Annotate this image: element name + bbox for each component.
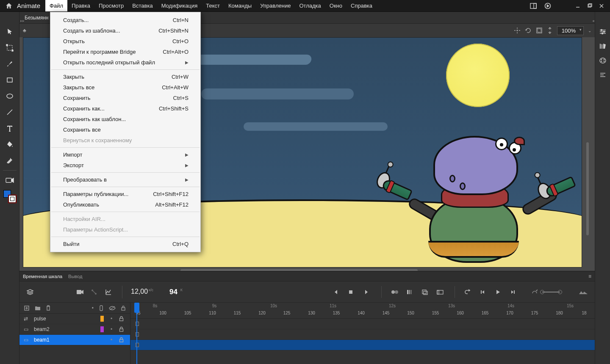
menu-отладка[interactable]: Отладка <box>295 0 325 11</box>
lock-icon[interactable] <box>119 327 126 332</box>
menuitem[interactable]: Перейти к программе BridgeCtrl+Alt+O <box>50 47 200 57</box>
stop-icon[interactable] <box>348 290 357 295</box>
fit-stage-icon[interactable] <box>547 27 553 34</box>
menuitem[interactable]: Экспорт▶ <box>50 160 200 171</box>
menuitem[interactable]: ВыйтиCtrl+Q <box>50 239 200 249</box>
timeline-row[interactable] <box>130 319 595 329</box>
lock-header-icon[interactable] <box>121 305 126 311</box>
menuitem[interactable]: Импорт▶ <box>50 149 200 160</box>
new-folder-icon[interactable] <box>35 306 41 311</box>
menuitem[interactable]: Создать...Ctrl+N <box>50 15 200 25</box>
collapse-left-icon[interactable]: ▸▸ <box>20 19 25 23</box>
menuitem[interactable]: Открыть последний открытый файл▶ <box>50 57 200 68</box>
menuitem[interactable]: Преобразовать в▶ <box>50 174 200 185</box>
center-stage-icon[interactable] <box>514 27 521 34</box>
rewind-icon[interactable] <box>464 289 473 295</box>
zoom-timeline-control[interactable] <box>531 289 560 295</box>
delete-layer-icon[interactable] <box>46 305 51 311</box>
menu-файл[interactable]: Файл <box>45 0 67 11</box>
align-panel-icon[interactable] <box>595 69 610 80</box>
scene-icon[interactable]: ♣ <box>23 28 26 33</box>
layer-row[interactable]: ▭ beam1 • <box>19 335 130 345</box>
properties-panel-icon[interactable] <box>595 26 610 37</box>
lock-icon[interactable] <box>119 316 126 321</box>
layer-row[interactable]: ▭ beam2 • <box>19 324 130 335</box>
menuitem[interactable]: Сохранить как шаблон... <box>50 114 200 124</box>
onion-skin-icon[interactable] <box>406 289 415 295</box>
menu-модификация[interactable]: Модификация <box>157 0 202 11</box>
menu-текст[interactable]: Текст <box>202 0 224 11</box>
home-icon[interactable] <box>5 2 13 10</box>
menu-правка[interactable]: Правка <box>67 0 94 11</box>
free-transform-tool-icon[interactable] <box>0 40 19 56</box>
highlight-layer-icon[interactable]: • <box>92 305 94 311</box>
play-icon[interactable] <box>495 289 503 295</box>
maximize-icon[interactable] <box>584 1 596 11</box>
timeline-row[interactable] <box>130 340 595 350</box>
edit-multiple-frames-icon[interactable] <box>421 289 430 295</box>
timeline-frames[interactable]: 8s9s10s11s12s13s14s15s 95100105110115120… <box>130 303 595 364</box>
workspace-switcher-icon[interactable] <box>526 1 541 11</box>
brush-tool-icon[interactable] <box>0 56 19 72</box>
menu-справка[interactable]: Справка <box>347 0 377 11</box>
layer-visibility-dot[interactable]: • <box>108 337 115 343</box>
next-keyframe-icon[interactable] <box>363 289 372 295</box>
layer-visibility-dot[interactable]: • <box>108 316 115 322</box>
rectangle-tool-icon[interactable] <box>0 72 19 88</box>
clip-stage-icon[interactable] <box>536 27 543 34</box>
rotate-stage-icon[interactable] <box>525 27 532 34</box>
paint-bucket-tool-icon[interactable] <box>0 136 19 152</box>
step-back-icon[interactable] <box>480 289 488 295</box>
tab-output[interactable]: Вывод <box>68 274 82 279</box>
selection-tool-icon[interactable] <box>0 24 19 40</box>
prev-keyframe-icon[interactable] <box>333 289 341 295</box>
menuitem[interactable]: Сохранить все <box>50 124 200 135</box>
minimize-icon[interactable] <box>572 1 584 11</box>
playhead[interactable] <box>136 303 137 364</box>
step-forward-icon[interactable] <box>510 289 518 295</box>
new-layer-icon[interactable] <box>24 305 30 311</box>
visibility-header-icon[interactable] <box>109 306 116 311</box>
tab-timeline[interactable]: Временная шкала <box>23 274 62 279</box>
layer-row[interactable]: ⇄ pulse • <box>19 314 130 324</box>
menuitem[interactable]: ОткрытьCtrl+O <box>50 36 200 47</box>
menuitem[interactable]: Сохранить как...Ctrl+Shift+S <box>50 103 200 114</box>
stroke-color-swatch[interactable] <box>8 195 16 203</box>
library-panel-icon[interactable] <box>595 41 610 52</box>
eraser-tool-icon[interactable] <box>0 152 19 168</box>
fps-display[interactable]: 12,00к/с <box>131 288 153 295</box>
stage-scrollbar-vertical[interactable] <box>586 142 589 235</box>
timeline-zoom-fit-icon[interactable] <box>579 289 588 295</box>
menuitem[interactable]: СохранитьCtrl+S <box>50 93 200 103</box>
lock-icon[interactable] <box>119 337 126 342</box>
menu-окно[interactable]: Окно <box>325 0 347 11</box>
menuitem[interactable]: Создать из шаблона...Ctrl+Shift+N <box>50 25 200 36</box>
current-frame-display[interactable]: 94 К <box>169 288 183 296</box>
menuitem[interactable]: ЗакрытьCtrl+W <box>50 72 200 82</box>
menu-просмотр[interactable]: Просмотр <box>94 0 128 11</box>
graph-icon[interactable] <box>105 289 114 295</box>
camera-layer-icon[interactable] <box>76 289 85 295</box>
text-tool-icon[interactable] <box>0 120 19 136</box>
color-swatches[interactable] <box>3 190 16 203</box>
document-tab[interactable]: Безымянн <box>19 12 53 23</box>
menu-управление[interactable]: Управление <box>256 0 295 11</box>
test-movie-icon[interactable] <box>541 1 555 11</box>
zoom-input[interactable]: 100% <box>557 26 584 35</box>
outline-layer-icon[interactable] <box>99 305 104 311</box>
panel-menu-icon[interactable]: ≡ <box>588 273 591 279</box>
menuitem[interactable]: Параметры публикации...Ctrl+Shift+F12 <box>50 189 200 199</box>
menuitem[interactable]: ОпубликоватьAlt+Shift+F12 <box>50 199 200 210</box>
frame-picker-icon[interactable] <box>437 289 445 295</box>
ellipse-tool-icon[interactable] <box>0 88 19 104</box>
menuitem[interactable]: Закрыть всеCtrl+Alt+W <box>50 82 200 93</box>
close-icon[interactable] <box>596 1 607 11</box>
layer-visibility-dot[interactable]: • <box>108 326 115 332</box>
line-tool-icon[interactable] <box>0 104 19 120</box>
loop-toggle-icon[interactable] <box>391 289 399 295</box>
zoom-dropdown-icon[interactable]: ⌄ <box>588 28 591 33</box>
color-panel-icon[interactable] <box>595 55 610 66</box>
camera-tool-icon[interactable] <box>0 172 19 188</box>
layers-icon[interactable] <box>26 289 35 295</box>
timeline-row[interactable] <box>130 329 595 340</box>
